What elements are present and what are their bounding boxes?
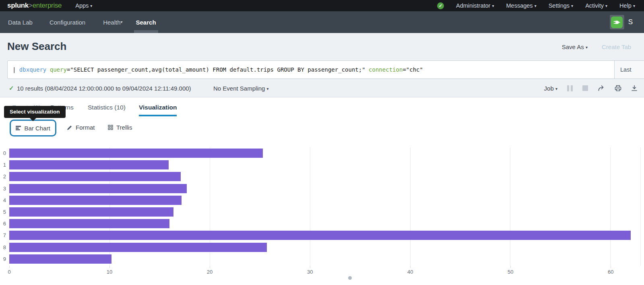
logo-splunk-text: splunk xyxy=(7,2,29,9)
x-axis-label: 30 xyxy=(307,269,313,275)
app-identity: S xyxy=(610,15,633,29)
chart-row: 6 xyxy=(0,218,641,229)
check-icon: ✓ xyxy=(439,3,442,8)
share-icon[interactable] xyxy=(598,85,605,91)
trellis-button[interactable]: Trellis xyxy=(108,124,132,131)
menu-activity-label: Activity xyxy=(585,2,604,9)
chart-row: 5 xyxy=(0,206,641,218)
time-range-picker[interactable]: Last xyxy=(614,61,644,78)
chart-row: 0 xyxy=(0,147,641,159)
y-axis-label: 0 xyxy=(0,150,9,156)
bar-segment[interactable] xyxy=(9,149,263,158)
splunk-logo[interactable]: splunk>enterprise xyxy=(7,2,62,10)
query-param-name: connection xyxy=(369,66,402,73)
bar-chart-icon xyxy=(16,126,21,130)
create-table-button[interactable]: Create Tab xyxy=(602,43,631,50)
x-axis-label: 40 xyxy=(407,269,413,275)
trellis-label: Trellis xyxy=(116,124,132,131)
bar-segment[interactable] xyxy=(9,243,267,252)
chevron-down-icon: ▾ xyxy=(120,20,122,24)
bar-segment[interactable] xyxy=(9,207,173,217)
menu-administrator[interactable]: Administrator ▾ xyxy=(456,2,494,9)
bar-segment[interactable] xyxy=(9,254,111,264)
tab-visualization-active[interactable]: Visualization xyxy=(139,104,177,116)
stop-icon[interactable] xyxy=(582,85,588,91)
download-icon[interactable] xyxy=(631,85,638,91)
event-sampling-label: No Event Sampling xyxy=(213,85,265,92)
chevron-down-icon: ▾ xyxy=(535,4,537,8)
chevron-down-icon: ▾ xyxy=(555,87,557,91)
chevron-down-icon: ▾ xyxy=(633,4,635,8)
chevron-down-icon: ▾ xyxy=(492,4,494,8)
save-as-label: Save As xyxy=(562,43,584,50)
save-as-button[interactable]: Save As ▾ xyxy=(562,43,588,50)
chart-row: 4 xyxy=(0,194,641,206)
health-status-icon[interactable]: ✓ xyxy=(437,2,444,9)
time-range-label: Last xyxy=(620,66,631,73)
job-menu[interactable]: Job ▾ xyxy=(544,85,557,92)
menu-activity[interactable]: Activity ▾ xyxy=(585,2,607,9)
y-axis-label: 8 xyxy=(0,244,9,250)
tab-visualization-label: Visualization xyxy=(139,104,177,111)
query-space xyxy=(46,66,50,73)
menu-settings[interactable]: Settings ▾ xyxy=(549,2,573,9)
logo-gt-text: > xyxy=(29,2,33,9)
bar-track xyxy=(9,196,641,205)
app-icon-frame[interactable] xyxy=(610,15,624,29)
results-panel: Events (0) Patterns Statistics (10) Visu… xyxy=(0,97,644,285)
chevron-down-icon: ▾ xyxy=(586,45,588,50)
event-sampling-dropdown[interactable]: No Event Sampling ▾ xyxy=(213,85,269,92)
chart-row: 8 xyxy=(0,242,641,253)
nav-item-health[interactable]: Health▾ xyxy=(103,11,122,33)
print-icon[interactable] xyxy=(615,85,621,91)
format-button[interactable]: Format xyxy=(67,124,95,131)
y-axis-label: 5 xyxy=(0,209,9,215)
axis-tick xyxy=(109,266,110,268)
menu-messages[interactable]: Messages ▾ xyxy=(506,2,537,9)
apps-menu[interactable]: Apps ▾ xyxy=(75,2,92,9)
axis-tick xyxy=(510,266,511,268)
y-axis-label: 6 xyxy=(0,221,9,227)
query-pipe: | xyxy=(12,66,19,73)
bar-segment[interactable] xyxy=(9,172,181,181)
nav-search-label: Search xyxy=(136,19,156,26)
tab-statistics[interactable]: Statistics (10) xyxy=(88,104,126,111)
chevron-down-icon: ▾ xyxy=(571,4,573,8)
query-param-value: "chc" xyxy=(406,66,423,73)
bar-segment[interactable] xyxy=(9,219,169,228)
search-query-input[interactable]: | dbxquery query="SELECT passenger_count… xyxy=(8,61,614,78)
search-bar: | dbxquery query="SELECT passenger_count… xyxy=(7,60,644,79)
bar-track xyxy=(9,172,641,181)
bar-track xyxy=(9,184,641,193)
nav-configuration-label: Configuration xyxy=(50,19,85,26)
bar-track xyxy=(9,219,641,228)
bar-track xyxy=(9,231,641,240)
job-menu-label: Job xyxy=(544,85,554,92)
bar-track xyxy=(9,243,641,252)
chart-row: 9 xyxy=(0,253,641,265)
bar-segment[interactable] xyxy=(9,196,182,205)
y-axis-label: 4 xyxy=(0,197,9,203)
menu-settings-label: Settings xyxy=(549,2,570,9)
trellis-grid-icon xyxy=(108,125,113,130)
menu-messages-label: Messages xyxy=(506,2,533,9)
format-label: Format xyxy=(76,124,95,131)
axis-tick xyxy=(410,266,411,268)
query-space xyxy=(365,66,369,73)
bar-segment[interactable] xyxy=(9,184,187,193)
chart-row: 1 xyxy=(0,159,641,171)
y-axis-label: 3 xyxy=(0,186,9,192)
query-equals: = xyxy=(67,66,70,73)
menu-help[interactable]: Help ▾ xyxy=(619,2,635,9)
visualization-picker-label: Bar Chart xyxy=(24,125,50,132)
nav-item-configuration[interactable]: Configuration xyxy=(50,11,85,33)
nav-item-data-lab[interactable]: Data Lab xyxy=(8,11,33,33)
x-axis-label: 0 xyxy=(8,269,10,275)
y-axis-label: 9 xyxy=(0,256,9,262)
bar-segment[interactable] xyxy=(9,160,169,169)
pause-icon[interactable] xyxy=(567,85,573,91)
logo-product-text: enterprise xyxy=(33,2,62,9)
nav-item-search-active[interactable]: Search xyxy=(136,11,156,33)
chevron-down-icon: ▾ xyxy=(267,87,269,91)
bar-segment[interactable] xyxy=(9,231,631,240)
